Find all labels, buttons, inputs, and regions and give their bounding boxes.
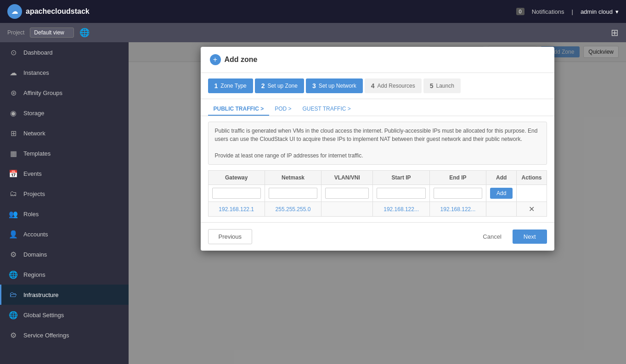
delete-row-button[interactable]: ✕ (529, 205, 535, 213)
actions-cell: ✕ (517, 202, 547, 217)
end-ip-value: 192.168.122... (429, 202, 486, 217)
sidebar-label-accounts: Accounts (23, 231, 48, 238)
gateway-text: 192.168.122.1 (219, 206, 254, 213)
traffic-tabs: PUBLIC TRAFFIC > POD > GUEST TRAFFIC > (201, 99, 554, 116)
sidebar: ⊙ Dashboard ☁ Instances ⊛ Affinity Group… (0, 42, 129, 364)
service-offerings-icon: ⚙ (9, 330, 18, 340)
affinity-groups-icon: ⊛ (9, 88, 18, 97)
regions-icon: 🌐 (9, 270, 18, 279)
step-4[interactable]: 4 Add Resources (365, 78, 422, 93)
sidebar-item-dashboard[interactable]: ⊙ Dashboard (0, 42, 129, 62)
input-row: Add (208, 185, 547, 202)
gateway-input[interactable] (212, 188, 261, 199)
step-5[interactable]: 5 Launch (423, 78, 461, 93)
add-row-button[interactable]: Add (490, 188, 513, 199)
sidebar-label-roles: Roles (23, 211, 39, 218)
sidebar-label-storage: Storage (23, 110, 45, 117)
sidebar-item-accounts[interactable]: 👤 Accounts (0, 224, 129, 244)
step-3-num: 3 (312, 82, 316, 90)
modal-title: Add zone (225, 56, 258, 64)
step-2[interactable]: 2 Set up Zone (255, 78, 304, 93)
step-4-label: Add Resources (378, 83, 415, 89)
nav-separator: | (572, 8, 573, 15)
step-5-label: Launch (436, 83, 454, 89)
globe-icon[interactable]: 🌐 (79, 28, 90, 38)
user-label: admin cloud (581, 8, 613, 15)
step-3-label: Set up Network (319, 83, 356, 89)
topnav-right: 0 Notifications | admin cloud ▾ (516, 8, 619, 15)
plus-icon: + (213, 56, 217, 64)
step-2-label: Set up Zone (268, 83, 298, 89)
templates-icon: ▦ (9, 149, 18, 158)
sidebar-item-projects[interactable]: 🗂 Projects (0, 184, 129, 204)
events-icon: 📅 (9, 169, 18, 178)
sidebar-item-instances[interactable]: ☁ Instances (0, 62, 129, 83)
sidebar-item-templates[interactable]: ▦ Templates (0, 143, 129, 163)
sidebar-item-network[interactable]: ⊞ Network (0, 123, 129, 143)
traffic-tab-public[interactable]: PUBLIC TRAFFIC > (208, 103, 270, 116)
sidebar-item-service-offerings[interactable]: ⚙ Service Offerings (0, 325, 129, 345)
vlan-value (321, 202, 373, 217)
sidebar-label-projects: Projects (23, 190, 45, 197)
notifications-label[interactable]: Notifications (532, 8, 564, 15)
footer-right: Cancel Next (475, 230, 547, 244)
traffic-tab-pod-label: POD > (275, 106, 291, 112)
sidebar-label-regions: Regions (23, 271, 45, 278)
start-ip-input[interactable] (377, 188, 425, 199)
previous-button[interactable]: Previous (208, 229, 253, 244)
step-1[interactable]: 1 Zone Type (208, 78, 253, 93)
sidebar-item-events[interactable]: 📅 Events (0, 163, 129, 184)
table-row: 192.168.122.1 255.255.255.0 192.168.122.… (208, 202, 547, 217)
sidebar-label-templates: Templates (23, 150, 51, 157)
start-ip-input-cell (373, 185, 429, 202)
gateway-value: 192.168.122.1 (208, 202, 265, 217)
col-start-ip: Start IP (373, 171, 429, 185)
netmask-value: 255.255.255.0 (265, 202, 321, 217)
storage-icon: ◉ (9, 108, 18, 118)
step-1-label: Zone Type (220, 83, 246, 89)
next-button[interactable]: Next (513, 230, 547, 244)
step-5-num: 5 (430, 82, 434, 90)
screen-icon[interactable]: ⊞ (611, 27, 619, 38)
sidebar-item-roles[interactable]: 👥 Roles (0, 204, 129, 224)
sidebar-label-dashboard: Dashboard (23, 49, 53, 56)
project-select[interactable]: Default view (30, 28, 74, 38)
cancel-button[interactable]: Cancel (475, 230, 508, 244)
col-gateway: Gateway (208, 171, 265, 185)
vlan-input-cell (321, 185, 373, 202)
end-ip-input[interactable] (434, 188, 482, 199)
wizard-steps: 1 Zone Type 2 Set up Zone 3 Set up Netwo… (201, 73, 554, 99)
sidebar-item-domains[interactable]: ⚙ Domains (0, 244, 129, 264)
step-2-num: 2 (261, 82, 265, 90)
app-name: apachecloudstack (26, 7, 90, 16)
projects-icon: 🗂 (9, 189, 18, 198)
end-ip-input-cell (429, 185, 486, 202)
top-navigation: ☁ apachecloudstack 0 Notifications | adm… (0, 0, 626, 23)
traffic-tab-pod[interactable]: POD > (269, 103, 297, 116)
sidebar-item-affinity-groups[interactable]: ⊛ Affinity Groups (0, 83, 129, 103)
sidebar-label-infrastructure: Infrastructure (23, 291, 59, 298)
domains-icon: ⚙ (9, 250, 18, 259)
sidebar-item-regions[interactable]: 🌐 Regions (0, 264, 129, 285)
traffic-tab-public-label: PUBLIC TRAFFIC > (214, 106, 264, 112)
traffic-tab-guest[interactable]: GUEST TRAFFIC > (297, 103, 356, 116)
col-netmask: Netmask (265, 171, 321, 185)
sidebar-item-global-settings[interactable]: 🌐 Global Settings (0, 305, 129, 325)
infrastructure-icon: 🗁 (9, 290, 18, 299)
step-3[interactable]: 3 Set up Network (306, 78, 363, 93)
subnav-right: ⊞ (611, 27, 619, 38)
netmask-input-cell (265, 185, 321, 202)
actions-input-cell (517, 185, 547, 202)
content-area: ⬤—⬤ Metrics + Add Zone Quickview + Add z… (129, 42, 626, 364)
vlan-input[interactable] (325, 188, 369, 199)
sidebar-item-storage[interactable]: ◉ Storage (0, 103, 129, 123)
traffic-tab-guest-label: GUEST TRAFFIC > (303, 106, 351, 112)
sidebar-label-network: Network (23, 130, 45, 137)
app-logo: ☁ apachecloudstack (7, 4, 90, 19)
sidebar-item-infrastructure[interactable]: 🗁 Infrastructure (0, 285, 129, 305)
user-menu[interactable]: admin cloud ▾ (581, 8, 619, 15)
add-value-cell (486, 202, 517, 217)
col-add: Add (486, 171, 517, 185)
netmask-input[interactable] (269, 188, 317, 199)
add-button-cell: Add (486, 185, 517, 202)
